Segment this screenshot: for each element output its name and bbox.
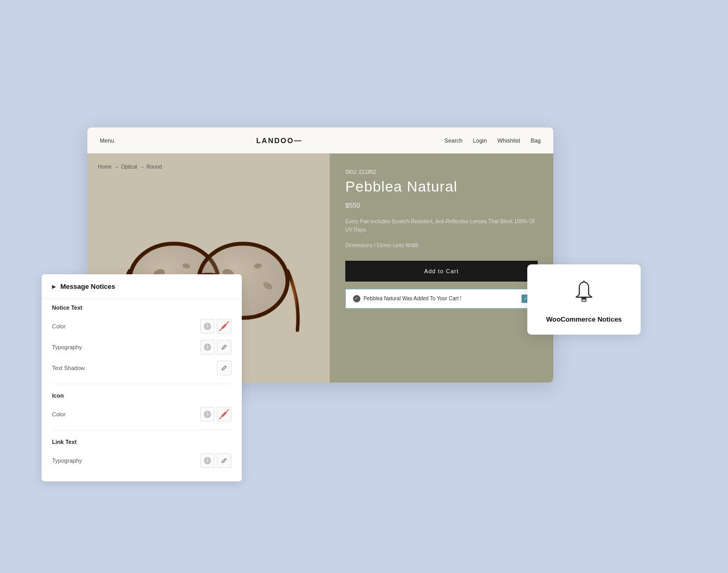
page-background: Menu LANDOO— Search Login Whishlist Bag … xyxy=(0,0,728,573)
nav-search[interactable]: Search xyxy=(445,137,463,144)
svg-rect-29 xyxy=(582,299,586,301)
notice-text: ✓ Pebblea Natural Was Added To Your Cart… xyxy=(353,295,461,302)
breadcrumb: Home → Optical → Round xyxy=(98,164,162,170)
link-typography-controls xyxy=(200,453,231,468)
nav-left: Menu xyxy=(100,137,114,144)
link-text-typography-row: Typography xyxy=(52,450,231,471)
typography-controls xyxy=(200,340,231,354)
woo-notices-title: WooCommerce Notices xyxy=(546,315,622,323)
icon-color-row: Color xyxy=(52,404,231,425)
text-shadow-label: Text Shadow xyxy=(52,365,85,371)
product-dimensions: Dimensions / 51mm Lens Width xyxy=(345,243,538,248)
icon-section-label: Icon xyxy=(52,392,231,399)
typography-edit-button[interactable] xyxy=(217,340,231,354)
icon-color-controls xyxy=(200,407,231,422)
product-name: Pebblea Natural xyxy=(345,179,538,195)
notice-message: Pebblea Natural Was Added To Your Cart ! xyxy=(363,296,461,301)
notice-text-color-row: Color xyxy=(52,316,231,337)
notice-text-shadow-row: Text Shadow xyxy=(52,358,231,378)
nav-wishlist[interactable]: Whishlist xyxy=(497,137,520,144)
text-shadow-controls xyxy=(217,361,231,375)
text-shadow-edit-button[interactable] xyxy=(217,361,231,375)
color-controls xyxy=(200,319,231,334)
icon-color-label: Color xyxy=(52,411,66,417)
typography-label: Typography xyxy=(52,344,82,350)
icon-color-edit-button[interactable] xyxy=(217,407,231,422)
breadcrumb-round: Round xyxy=(147,164,162,170)
panel-header: ▶ Message Notices xyxy=(42,274,242,299)
typography-global-button[interactable] xyxy=(200,340,215,354)
breadcrumb-sep2: → xyxy=(139,164,145,170)
breadcrumb-sep1: → xyxy=(114,164,119,170)
icon-color-global-button[interactable] xyxy=(200,407,215,422)
notice-text-label: Notice Text xyxy=(52,304,231,311)
divider-2 xyxy=(52,430,231,430)
nav-logo: LANDOO— xyxy=(256,136,303,145)
product-sku: SKU: 211862 xyxy=(345,169,538,175)
notice-text-section: Notice Text Color xyxy=(42,299,242,380)
nav-bar: Menu LANDOO— Search Login Whishlist Bag xyxy=(87,128,553,154)
settings-panel: ▶ Message Notices Notice Text Color xyxy=(42,274,242,481)
link-typography-edit-button[interactable] xyxy=(217,453,231,468)
add-to-cart-button[interactable]: Add to Cart xyxy=(345,261,538,282)
color-label: Color xyxy=(52,323,66,329)
link-typography-label: Typography xyxy=(52,457,82,464)
link-typography-global-button[interactable] xyxy=(200,453,215,468)
notice-check-icon: ✓ xyxy=(353,295,360,302)
color-global-button[interactable] xyxy=(200,319,215,334)
nav-right: Search Login Whishlist Bag xyxy=(445,137,541,144)
product-details: SKU: 211862 Pebblea Natural $550 Every P… xyxy=(330,154,553,383)
link-text-section: Link Text Typography xyxy=(42,434,242,473)
product-price: $550 xyxy=(345,201,538,209)
breadcrumb-optical: Optical xyxy=(121,164,137,170)
icon-section: Icon Color xyxy=(42,387,242,427)
panel-title: Message Notices xyxy=(60,283,115,290)
nav-bag[interactable]: Bag xyxy=(530,137,541,144)
notice-bar: ✓ Pebblea Natural Was Added To Your Cart… xyxy=(345,289,538,309)
color-edit-button[interactable] xyxy=(217,319,231,334)
panel-collapse-arrow[interactable]: ▶ xyxy=(52,284,56,289)
nav-menu[interactable]: Menu xyxy=(100,137,114,144)
divider-1 xyxy=(52,384,231,384)
nav-login[interactable]: Login xyxy=(473,137,487,144)
link-text-label: Link Text xyxy=(52,439,231,445)
bell-icon xyxy=(571,279,597,308)
breadcrumb-home: Home xyxy=(98,164,112,170)
notice-text-typography-row: Typography xyxy=(52,337,231,358)
woo-notices-card: WooCommerce Notices xyxy=(527,264,641,335)
product-description: Every Pair Includes Scratch-Resistant, A… xyxy=(345,218,538,234)
